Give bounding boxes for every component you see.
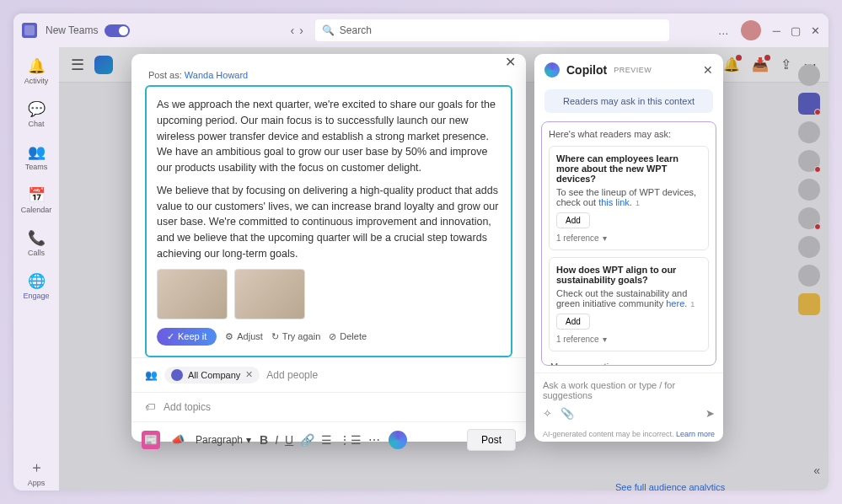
rail-calendar[interactable]: 📅Calendar [18,183,55,217]
underline-button[interactable]: U [285,433,293,447]
announcement-icon[interactable]: 📣 [169,431,187,449]
trash-icon: ⊘ [329,331,336,342]
suggestion-link[interactable]: this link [598,197,630,207]
copilot-panel: Copilot PREVIEW ✕ Readers may ask in thi… [534,54,723,442]
post-button[interactable]: Post [467,429,516,451]
attached-image[interactable] [234,269,305,319]
post-as-label: Post as: [148,70,182,80]
adjust-button[interactable]: ⚙Adjust [225,331,263,342]
add-suggestion-button[interactable]: Add [556,314,590,330]
rail-teams[interactable]: 👥Teams [18,140,55,174]
copilot-intro: Here's what readers may ask: [549,129,709,139]
check-icon: ✓ [167,331,174,342]
window-minimize-icon[interactable]: ─ [773,24,780,37]
copilot-logo-icon [544,62,560,78]
new-teams-label: New Teams [46,24,98,36]
chevron-right-icon: › [704,362,707,366]
copilot-ask-input[interactable]: Ask a work question or type / for sugges… [543,380,715,400]
audience-chip[interactable]: All Company ✕ [164,367,260,383]
link-button[interactable]: 🔗 [300,433,314,447]
chevron-down-icon: ▾ [246,434,251,446]
list-button[interactable]: ☰ [321,433,332,447]
paragraph-dropdown[interactable]: Paragraph▾ [196,434,251,446]
calendar-icon: 📅 [28,186,46,204]
chevron-down-icon: ▾ [603,335,607,344]
nav-forward-icon[interactable]: › [299,24,303,37]
search-input[interactable]: 🔍 Search [315,19,669,41]
chevron-down-icon: ▾ [603,233,607,243]
post-as-name-link[interactable]: Wanda Howard [185,70,248,80]
add-suggestion-button[interactable]: Add [556,212,590,228]
keep-it-button[interactable]: ✓Keep it [157,328,217,346]
new-teams-toggle[interactable] [105,24,130,37]
body-paragraph: As we approach the next quarter, we're e… [157,97,501,176]
suggestion-question: How does WPT align to our sustainability… [556,265,701,285]
nav-back-icon[interactable]: ‹ [290,24,294,37]
attachment-icon[interactable]: 📎 [560,407,574,420]
rail-chat[interactable]: 💬Chat [18,97,55,131]
reference-expand[interactable]: 1 reference▾ [556,233,701,243]
ref-count: 1 [690,300,695,308]
phone-icon: 📞 [28,229,46,247]
more-format-icon[interactable]: ⋯ [368,433,380,447]
reference-expand[interactable]: 1 reference▾ [556,335,701,344]
chat-icon: 💬 [28,100,46,118]
add-topics-input[interactable]: Add topics [164,401,211,413]
search-icon: 🔍 [322,24,335,36]
suggestion-card: Where can employees learn more about the… [549,146,709,250]
window-close-icon[interactable]: ✕ [811,24,820,37]
message-editor[interactable]: As we approach the next quarter, we're e… [145,85,512,357]
rail-engage[interactable]: 🌐Engage [18,269,55,303]
search-placeholder: Search [340,24,372,36]
slider-icon: ⚙ [225,331,233,342]
preview-badge: PREVIEW [614,66,652,74]
send-icon[interactable]: ➤ [705,407,715,420]
teams-logo-icon [22,23,37,38]
close-icon[interactable]: ✕ [703,63,713,77]
copilot-icon[interactable] [389,431,407,449]
suggestion-answer: Check out the sustainability and green i… [556,288,701,308]
try-again-button[interactable]: ↻Try again [271,331,320,342]
add-people-input[interactable]: Add people [266,369,318,381]
close-icon[interactable]: ✕ [505,54,516,70]
app-rail: 🔔Activity 💬Chat 👥Teams 📅Calendar 📞Calls … [13,47,59,491]
attached-image[interactable] [157,269,228,319]
ai-disclaimer: AI-generated content may be incorrect. [543,430,674,438]
rail-activity[interactable]: 🔔Activity [18,54,55,88]
more-suggestions-button[interactable]: More suggestions› [549,358,709,366]
user-avatar[interactable] [741,20,761,40]
titlebar-more-icon[interactable]: … [718,24,729,37]
plus-icon: ＋ [29,458,44,477]
globe-icon: 🌐 [28,272,46,290]
delete-button[interactable]: ⊘Delete [329,331,367,342]
bell-icon: 🔔 [28,57,46,75]
bullet-list-button[interactable]: ⋮☰ [339,433,362,447]
suggestion-card: How does WPT align to our sustainability… [549,257,709,351]
post-type-icon[interactable]: 📰 [142,431,160,449]
group-avatar-icon [171,369,183,381]
refresh-icon: ↻ [271,331,279,342]
learn-more-link[interactable]: Learn more [676,430,715,438]
bold-button[interactable]: B [260,433,268,447]
context-pill: Readers may ask in this context [544,89,713,113]
remove-chip-icon[interactable]: ✕ [245,369,253,380]
window-maximize-icon[interactable]: ▢ [791,24,801,37]
suggestion-answer: To see the lineup of WPT devices, check … [556,187,701,207]
sparkle-icon[interactable]: ✧ [543,407,552,420]
ref-count: 1 [636,199,640,207]
rail-apps[interactable]: ＋Apps [18,454,55,491]
compose-dialog: ✕ Post as: Wanda Howard As we approach t… [131,54,526,442]
suggestion-question: Where can employees learn more about the… [556,153,701,184]
body-paragraph: We believe that by focusing on deliverin… [157,183,501,262]
suggestion-link[interactable]: here [666,298,684,308]
italic-button[interactable]: I [275,433,278,447]
copilot-title: Copilot [566,63,607,77]
rail-calls[interactable]: 📞Calls [18,226,55,260]
people-icon: 👥 [28,143,46,161]
topic-icon: 🏷 [145,401,155,413]
audience-icon: 👥 [145,369,158,381]
